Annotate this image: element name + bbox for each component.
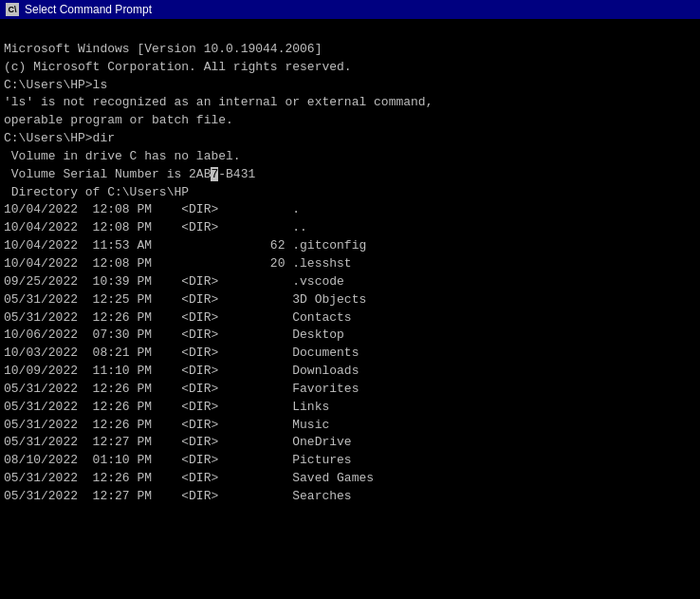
title-bar-icon: C\	[6, 3, 19, 16]
terminal-line: Volume Serial Number is 2AB7-B431	[4, 166, 696, 184]
terminal-line: 08/10/2022 01:10 PM <DIR> Pictures	[4, 452, 696, 470]
terminal-line: 10/04/2022 12:08 PM <DIR> ..	[4, 219, 696, 237]
terminal-line: 09/25/2022 10:39 PM <DIR> .vscode	[4, 273, 696, 291]
terminal-line: 10/04/2022 12:08 PM 20 .lesshst	[4, 255, 696, 273]
terminal-line: C:\Users\HP>dir	[4, 130, 696, 148]
terminal-line: C:\Users\HP>ls	[4, 77, 696, 95]
terminal-line: 05/31/2022 12:26 PM <DIR> Favorites	[4, 381, 696, 399]
title-bar: C\ Select Command Prompt	[0, 0, 700, 19]
terminal-line: 05/31/2022 12:27 PM <DIR> Searches	[4, 488, 696, 506]
title-bar-title: Select Command Prompt	[25, 3, 152, 16]
terminal-line: 10/04/2022 11:53 AM 62 .gitconfig	[4, 237, 696, 255]
terminal-line: (c) Microsoft Corporation. All rights re…	[4, 59, 696, 77]
terminal-line: 05/31/2022 12:26 PM <DIR> Contacts	[4, 309, 696, 328]
terminal-line: Microsoft Windows [Version 10.0.19044.20…	[4, 41, 696, 59]
terminal-line: 05/31/2022 12:25 PM <DIR> 3D Objects	[4, 291, 696, 309]
terminal-line: 10/04/2022 12:08 PM <DIR> .	[4, 201, 696, 219]
terminal-line: 10/06/2022 07:30 PM <DIR> Desktop	[4, 327, 696, 345]
terminal-line: 10/03/2022 08:21 PM <DIR> Documents	[4, 345, 696, 363]
terminal-line: 05/31/2022 12:26 PM <DIR> Links	[4, 399, 696, 417]
terminal-line: Directory of C:\Users\HP	[4, 184, 696, 202]
terminal[interactable]: Microsoft Windows [Version 10.0.19044.20…	[0, 19, 700, 595]
cursor-highlight: 7	[211, 167, 218, 181]
terminal-line: 10/09/2022 11:10 PM <DIR> Downloads	[4, 363, 696, 381]
terminal-line: operable program or batch file.	[4, 112, 696, 130]
terminal-line: 05/31/2022 12:27 PM <DIR> OneDrive	[4, 434, 696, 452]
terminal-line: Volume in drive C has no label.	[4, 148, 696, 166]
terminal-line: 05/31/2022 12:26 PM <DIR> Saved Games	[4, 470, 696, 488]
terminal-line: 05/31/2022 12:26 PM <DIR> Music	[4, 417, 696, 435]
terminal-line: 'ls' is not recognized as an internal or…	[4, 94, 696, 112]
